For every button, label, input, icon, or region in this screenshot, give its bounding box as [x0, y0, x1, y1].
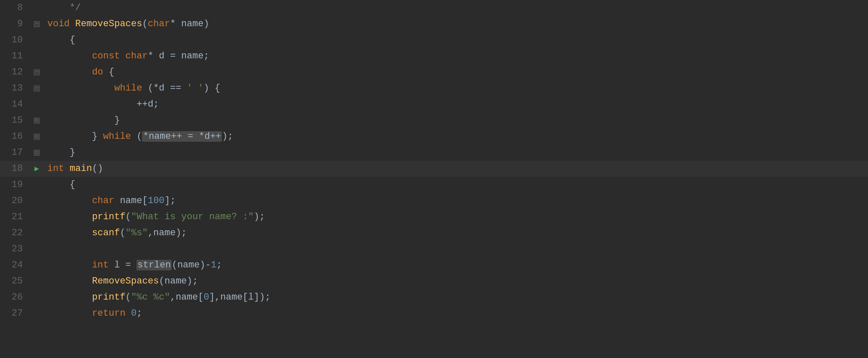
- fold-icon[interactable]: □: [34, 118, 40, 124]
- fold-icon[interactable]: −: [34, 21, 40, 27]
- fold-icon[interactable]: −: [34, 85, 40, 91]
- line-number: 9: [0, 16, 30, 32]
- line-number: 22: [0, 225, 30, 241]
- code-line: 20 char name[100];: [0, 193, 868, 209]
- line-number: 19: [0, 177, 30, 193]
- code-content: while (*d == ' ') {: [43, 80, 868, 96]
- fold-icon[interactable]: −: [34, 69, 40, 75]
- line-number: 15: [0, 113, 30, 129]
- line-number: 16: [0, 129, 30, 145]
- line-number: 17: [0, 145, 30, 161]
- code-line: 12− do {: [0, 64, 868, 80]
- line-number: 27: [0, 306, 30, 322]
- code-content: int main(): [43, 161, 868, 177]
- gutter[interactable]: −: [30, 21, 43, 27]
- gutter[interactable]: −: [30, 85, 43, 91]
- code-content: printf("%c %c",name[0],name[l]);: [43, 289, 868, 306]
- code-line: 22 scanf("%s",name);: [0, 225, 868, 241]
- code-content: {: [43, 32, 868, 48]
- code-line: 15□ }: [0, 113, 868, 129]
- line-number: 11: [0, 48, 30, 64]
- code-content: char name[100];: [43, 193, 868, 209]
- code-line: 25 RemoveSpaces(name);: [0, 273, 868, 289]
- code-content: } while (*name++ = *d++);: [43, 129, 868, 145]
- code-content: scanf("%s",name);: [43, 225, 868, 241]
- fold-icon[interactable]: □: [34, 150, 40, 156]
- code-content: {: [43, 177, 868, 193]
- line-number: 13: [0, 80, 30, 96]
- code-line: 19 {: [0, 177, 868, 193]
- code-line: 17□ }: [0, 145, 868, 161]
- line-number: 25: [0, 273, 30, 289]
- code-line: 10 {: [0, 32, 868, 48]
- code-content: RemoveSpaces(name);: [43, 273, 868, 289]
- line-number: 23: [0, 241, 30, 257]
- line-number: 21: [0, 209, 30, 225]
- line-number: 20: [0, 193, 30, 209]
- line-number: 10: [0, 32, 30, 48]
- code-line: 24 int l = strlen(name)-1;: [0, 257, 868, 273]
- code-line: 13− while (*d == ' ') {: [0, 80, 868, 96]
- gutter[interactable]: □: [30, 134, 43, 140]
- code-content: void RemoveSpaces(char* name): [43, 16, 868, 32]
- fold-icon[interactable]: □: [34, 134, 40, 140]
- code-content: printf("What is your name? :");: [43, 209, 868, 225]
- code-line: 23: [0, 241, 868, 257]
- breakpoint-icon: ▶: [35, 161, 39, 177]
- gutter[interactable]: −: [30, 69, 43, 75]
- gutter[interactable]: ▶: [30, 161, 43, 177]
- code-content: do {: [43, 64, 868, 80]
- code-line: 26 printf("%c %c",name[0],name[l]);: [0, 289, 868, 306]
- gutter[interactable]: □: [30, 118, 43, 124]
- code-content: }: [43, 113, 868, 129]
- code-line: 9−void RemoveSpaces(char* name): [0, 16, 868, 32]
- line-number: 18: [0, 161, 30, 177]
- code-editor: 8 */9−void RemoveSpaces(char* name)10 {1…: [0, 0, 868, 358]
- code-line: 18▶int main(): [0, 161, 868, 177]
- code-content: }: [43, 145, 868, 161]
- code-line: 14 ++d;: [0, 96, 868, 113]
- code-content: return 0;: [43, 306, 868, 322]
- code-line: 16□ } while (*name++ = *d++);: [0, 129, 868, 145]
- code-line: 11 const char* d = name;: [0, 48, 868, 64]
- code-content: */: [43, 0, 868, 16]
- line-number: 8: [0, 0, 30, 16]
- code-line: 21 printf("What is your name? :");: [0, 209, 868, 225]
- line-number: 24: [0, 257, 30, 273]
- gutter[interactable]: □: [30, 150, 43, 156]
- line-number: 14: [0, 96, 30, 113]
- code-content: const char* d = name;: [43, 48, 868, 64]
- code-content: int l = strlen(name)-1;: [43, 257, 868, 273]
- code-line: 27 return 0;: [0, 306, 868, 322]
- line-number: 12: [0, 64, 30, 80]
- line-number: 26: [0, 289, 30, 306]
- code-line: 8 */: [0, 0, 868, 16]
- code-content: ++d;: [43, 96, 868, 113]
